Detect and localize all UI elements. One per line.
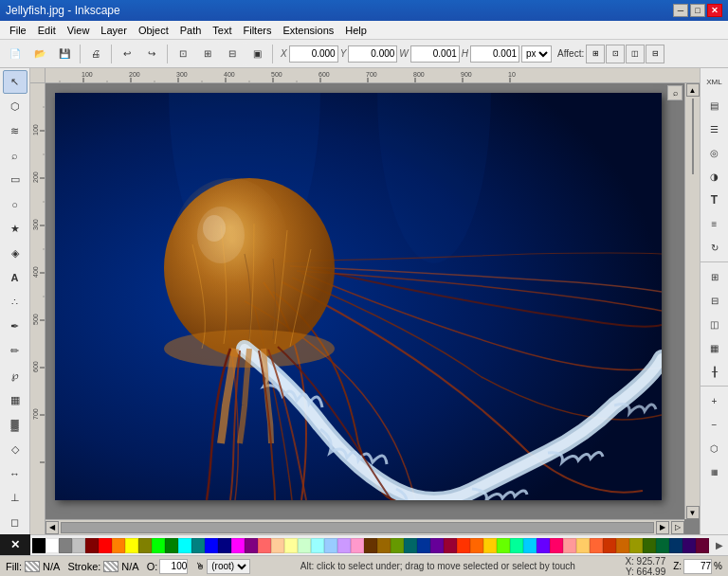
node-path-button[interactable]: ⬡ [703, 437, 726, 459]
color-swatch-38[interactable] [537, 538, 550, 553]
close-button[interactable]: ✕ [707, 4, 722, 17]
zoom-selection-button[interactable]: ⊞ [196, 43, 219, 65]
color-swatch-2[interactable] [59, 538, 72, 553]
symbols-button[interactable]: ◎ [703, 141, 726, 164]
zoom-drawing-button[interactable]: ⊟ [221, 43, 244, 65]
color-swatch-4[interactable] [85, 538, 99, 553]
eraser-tool[interactable]: ◻ [3, 511, 27, 534]
affect-btn-4[interactable]: ⊟ [646, 45, 664, 63]
color-swatch-46[interactable] [643, 538, 656, 553]
scroll-left-button[interactable]: ◀ [46, 521, 59, 534]
affect-btn-2[interactable]: ⊡ [606, 45, 625, 63]
transform-button[interactable]: ↻ [703, 236, 726, 259]
color-swatch-44[interactable] [616, 538, 629, 553]
color-swatch-33[interactable] [470, 538, 483, 553]
tweak-tool[interactable]: ≋ [3, 119, 27, 143]
zoom-page-button[interactable]: ▣ [246, 43, 268, 65]
scroll-far-right-button[interactable]: ▷ [671, 521, 684, 534]
minimize-button[interactable]: ─ [673, 4, 688, 17]
open-button[interactable]: 📂 [28, 43, 51, 65]
menu-object[interactable]: Object [133, 23, 174, 38]
zoom-input[interactable] [683, 559, 712, 574]
grid-toggle-button[interactable]: ▦ [703, 336, 726, 359]
ellipse-tool[interactable]: ○ [3, 192, 27, 216]
color-swatch-9[interactable] [152, 538, 165, 553]
y-input[interactable] [348, 45, 397, 63]
menu-path[interactable]: Path [174, 23, 208, 38]
maximize-button[interactable]: □ [690, 4, 705, 17]
color-swatch-48[interactable] [669, 538, 682, 553]
menu-file[interactable]: File [4, 23, 32, 38]
zoom-fit-button[interactable]: ⊡ [172, 43, 194, 65]
redo-button[interactable]: ↪ [140, 43, 163, 65]
color-swatch-3[interactable] [72, 538, 85, 553]
color-swatch-41[interactable] [576, 538, 590, 553]
color-swatch-7[interactable] [125, 538, 138, 553]
scroll-up-button[interactable]: ▲ [686, 83, 700, 97]
gradient-tool[interactable]: ▓ [3, 413, 27, 437]
color-swatch-11[interactable] [178, 538, 191, 553]
h-input[interactable] [470, 45, 519, 63]
color-swatch-21[interactable] [311, 538, 324, 553]
scroll-right-button[interactable]: ▶ [656, 521, 669, 534]
pen-tool[interactable]: ✒ [3, 315, 27, 338]
color-swatch-12[interactable] [191, 538, 205, 553]
xml-editor-button[interactable]: XML [703, 70, 726, 93]
color-swatch-39[interactable] [550, 538, 563, 553]
layers-button[interactable]: ▤ [703, 94, 726, 117]
color-swatch-49[interactable] [682, 538, 696, 553]
connector-tool[interactable]: ↔ [3, 462, 27, 486]
color-swatch-32[interactable] [457, 538, 470, 553]
spray-tool[interactable]: ∴ [3, 291, 27, 315]
color-swatch-16[interactable] [245, 538, 258, 553]
document-canvas[interactable] [55, 93, 662, 500]
callig-tool[interactable]: ℘ [3, 364, 27, 387]
align-button[interactable]: ≡ [703, 212, 726, 235]
color-swatch-35[interactable] [497, 538, 510, 553]
new-button[interactable]: 📄 [4, 43, 27, 65]
measure-tool[interactable]: ⊥ [3, 486, 27, 510]
color-swatch-25[interactable] [364, 538, 377, 553]
color-swatch-24[interactable] [351, 538, 364, 553]
color-swatch-37[interactable] [523, 538, 537, 553]
color-swatch-45[interactable] [629, 538, 643, 553]
color-swatch-50[interactable] [696, 538, 709, 553]
fill-stroke-button[interactable]: ◑ [703, 165, 726, 188]
color-swatch-42[interactable] [590, 538, 603, 553]
color-swatch-1[interactable] [46, 538, 59, 553]
scrollbar-vertical[interactable]: ▲ ▼ [684, 83, 700, 519]
color-swatch-40[interactable] [563, 538, 576, 553]
unit-select[interactable]: px mm cm in [521, 45, 552, 63]
color-swatch-34[interactable] [483, 538, 497, 553]
menu-layer[interactable]: Layer [95, 23, 133, 38]
color-swatch-8[interactable] [138, 538, 152, 553]
color-swatch-17[interactable] [258, 538, 271, 553]
pencil-tool[interactable]: ✏ [3, 339, 27, 363]
fill-swatch[interactable] [25, 561, 40, 572]
scroll-thumb-horizontal[interactable] [61, 522, 654, 533]
color-swatch-6[interactable] [112, 538, 125, 553]
zoom-out-button[interactable]: − [703, 413, 726, 436]
menu-extensions[interactable]: Extensions [277, 23, 339, 38]
star-tool[interactable]: ★ [3, 217, 27, 241]
bucket-tool[interactable]: ▦ [3, 388, 27, 412]
zoom-ctool[interactable]: ⌕ [3, 144, 27, 168]
color-swatch-29[interactable] [417, 538, 430, 553]
w-input[interactable] [410, 45, 460, 63]
undo-button[interactable]: ↩ [116, 43, 138, 65]
layer-select[interactable]: (root) [207, 559, 250, 574]
color-swatch-19[interactable] [284, 538, 298, 553]
dropper-tool[interactable]: ◇ [3, 438, 27, 461]
color-swatch-5[interactable] [99, 538, 112, 553]
3d-tool[interactable]: ◈ [3, 242, 27, 265]
color-swatch-18[interactable] [271, 538, 284, 553]
affect-btn-3[interactable]: ◫ [626, 45, 645, 63]
color-swatch-31[interactable] [444, 538, 457, 553]
select-tool[interactable]: ↖ [3, 70, 27, 94]
color-swatch-10[interactable] [165, 538, 178, 553]
zoom-in-button[interactable]: + [703, 389, 726, 412]
color-swatch-47[interactable] [656, 538, 669, 553]
color-swatch-26[interactable] [377, 538, 391, 553]
node-tool[interactable]: ⬡ [3, 95, 27, 118]
menu-text[interactable]: Text [207, 23, 237, 38]
